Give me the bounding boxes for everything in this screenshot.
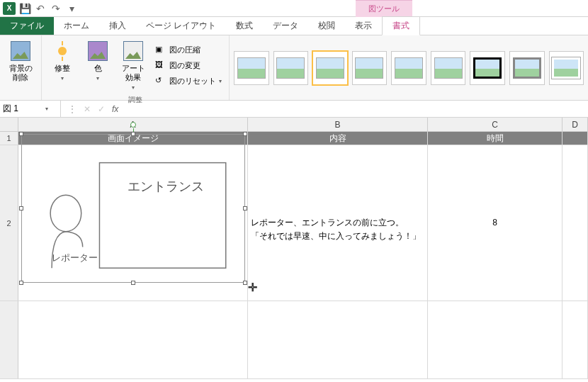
picture-style-4[interactable] bbox=[352, 51, 388, 85]
picture-style-1[interactable] bbox=[234, 51, 269, 85]
svg-point-1 bbox=[50, 195, 81, 232]
resize-handle-tl[interactable] bbox=[19, 132, 23, 136]
picture-styles-gallery[interactable] bbox=[230, 35, 588, 100]
dots-icon: ⋮ bbox=[68, 104, 77, 114]
cell-c3[interactable] bbox=[428, 301, 562, 378]
change-picture-button[interactable]: 🖼図の変更 bbox=[152, 59, 225, 73]
col-header-b[interactable]: B bbox=[248, 118, 428, 131]
change-picture-icon: 🖼 bbox=[155, 60, 166, 72]
tab-format[interactable]: 書式 bbox=[382, 16, 420, 35]
cell-a3[interactable] bbox=[18, 301, 248, 378]
name-box-dropdown-icon[interactable]: ▾ bbox=[45, 106, 48, 112]
rotate-handle[interactable] bbox=[130, 122, 136, 128]
select-all-corner[interactable] bbox=[0, 118, 18, 131]
tab-insert[interactable]: 挿入 bbox=[99, 17, 136, 35]
name-box[interactable]: ▾ bbox=[0, 101, 61, 117]
contextual-tab-pictools: 図ツール bbox=[356, 0, 412, 17]
tab-home[interactable]: ホーム bbox=[54, 17, 99, 35]
fx-icon[interactable]: fx bbox=[112, 104, 118, 114]
color-label: 色 bbox=[94, 64, 102, 72]
picture-style-9[interactable] bbox=[549, 51, 584, 85]
artistic-label: アート効果 bbox=[122, 64, 145, 82]
picture-style-6[interactable] bbox=[431, 51, 466, 85]
row-header-2[interactable]: 2 bbox=[0, 145, 18, 300]
resize-handle-ml[interactable] bbox=[19, 206, 23, 210]
chevron-down-icon: ▾ bbox=[219, 78, 222, 84]
sketch-drawing: エントランス レポーター bbox=[22, 135, 244, 282]
picture-style-3[interactable] bbox=[312, 51, 348, 85]
cell-c1[interactable]: 時間 bbox=[428, 132, 562, 145]
inserted-picture[interactable]: エントランス レポーター bbox=[21, 134, 245, 283]
sketch-sign-text: エントランス bbox=[128, 179, 204, 193]
color-button[interactable]: 色▾ bbox=[81, 38, 114, 94]
tab-view[interactable]: 表示 bbox=[345, 17, 382, 35]
corrections-button[interactable]: 修整▾ bbox=[46, 38, 79, 94]
remove-background-label: 背景の 削除 bbox=[9, 64, 33, 82]
resize-handle-br[interactable] bbox=[243, 281, 247, 285]
excel-app-icon: X bbox=[3, 2, 16, 15]
resize-handle-tr[interactable] bbox=[243, 132, 247, 136]
cell-b3[interactable] bbox=[248, 301, 428, 378]
chevron-down-icon: ▾ bbox=[132, 84, 135, 91]
row-header-3[interactable] bbox=[0, 301, 18, 378]
customize-qat-dropdown-icon[interactable]: ▾ bbox=[65, 2, 78, 15]
picture-style-5[interactable] bbox=[391, 51, 426, 85]
corrections-label: 修整 bbox=[55, 64, 70, 72]
group-adjust-label: 調整 bbox=[46, 95, 225, 105]
name-box-input[interactable] bbox=[3, 104, 45, 114]
resize-handle-mr[interactable] bbox=[243, 206, 247, 210]
tab-data[interactable]: データ bbox=[263, 17, 308, 35]
remove-background-button[interactable]: 背景の 削除 bbox=[4, 38, 37, 99]
tab-review[interactable]: 校閲 bbox=[308, 17, 345, 35]
cell-b1[interactable]: 内容 bbox=[248, 132, 428, 145]
tab-formulas[interactable]: 数式 bbox=[226, 17, 263, 35]
picture-style-2[interactable] bbox=[273, 51, 309, 85]
resize-handle-bm[interactable] bbox=[131, 281, 135, 285]
cell-c2[interactable]: 8 bbox=[428, 145, 562, 300]
resize-handle-bl[interactable] bbox=[19, 281, 23, 285]
col-header-d[interactable]: D bbox=[562, 118, 588, 131]
picture-style-8[interactable] bbox=[509, 51, 545, 85]
chevron-down-icon: ▾ bbox=[61, 75, 64, 82]
compress-pictures-button[interactable]: ▣図の圧縮 bbox=[152, 43, 225, 57]
svg-rect-0 bbox=[99, 163, 225, 269]
row-header-1[interactable]: 1 bbox=[0, 132, 18, 145]
undo-icon[interactable]: ↶ bbox=[34, 2, 47, 15]
cancel-icon[interactable]: ✕ bbox=[84, 104, 91, 114]
tab-page-layout[interactable]: ページ レイアウト bbox=[136, 17, 226, 35]
save-icon[interactable]: 💾 bbox=[18, 2, 31, 15]
picture-style-7[interactable] bbox=[470, 51, 505, 85]
tab-file[interactable]: ファイル bbox=[0, 17, 54, 35]
col-header-c[interactable]: C bbox=[428, 118, 562, 131]
enter-icon[interactable]: ✓ bbox=[98, 104, 105, 114]
artistic-effects-button[interactable]: アート効果▾ bbox=[117, 38, 149, 94]
reset-icon: ↺ bbox=[155, 76, 166, 87]
compress-label: 図の圧縮 bbox=[169, 45, 200, 55]
sketch-person-label: レポーター bbox=[52, 253, 98, 263]
reset-label: 図のリセット bbox=[169, 76, 216, 86]
cell-d2[interactable] bbox=[562, 145, 588, 300]
cell-d3[interactable] bbox=[562, 301, 588, 378]
chevron-down-icon: ▾ bbox=[96, 75, 99, 82]
cell-d1[interactable] bbox=[562, 132, 588, 145]
cell-b2[interactable]: レポーター、エントランスの前に立つ。 「それでは早速、中に入ってみましょう！」 bbox=[248, 145, 428, 300]
resize-handle-tm[interactable] bbox=[131, 132, 135, 136]
reset-picture-button[interactable]: ↺図のリセット ▾ bbox=[152, 74, 225, 89]
redo-icon[interactable]: ↷ bbox=[50, 2, 62, 15]
compress-icon: ▣ bbox=[155, 45, 166, 56]
change-label: 図の変更 bbox=[169, 60, 200, 71]
